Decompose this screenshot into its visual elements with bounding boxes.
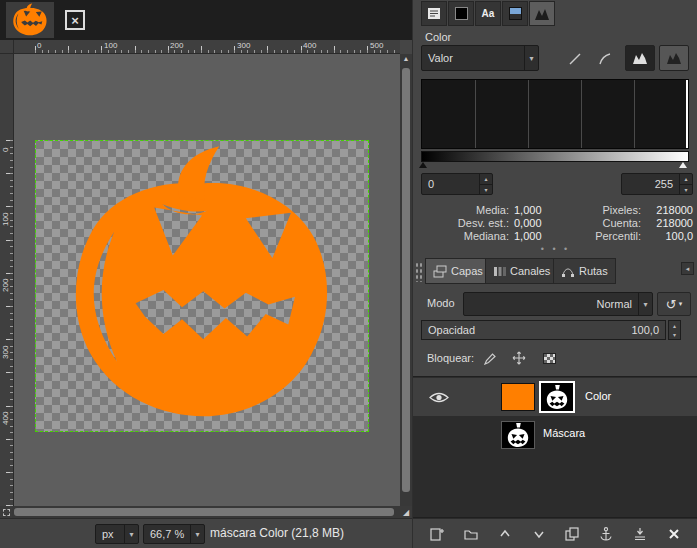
histogram-gradient-bar[interactable]	[421, 151, 689, 162]
spin-up-icon[interactable]: ▴	[680, 174, 692, 185]
scroll-up-icon[interactable]: ▲	[400, 55, 412, 62]
vertical-scroll-thumb[interactable]	[402, 68, 410, 492]
lock-pixels-button[interactable]	[477, 348, 501, 368]
range-low-handle[interactable]	[419, 162, 427, 168]
vruler-label: 300	[1, 346, 10, 359]
anchor-layer-button[interactable]	[594, 523, 618, 545]
lower-layer-button[interactable]	[527, 523, 551, 545]
hruler-label: 200	[170, 41, 183, 50]
zoom-value: 66,7 %	[144, 525, 190, 543]
canvas-area[interactable]	[14, 54, 400, 506]
delete-layer-button[interactable]	[662, 523, 686, 545]
dock-tab-tool-options[interactable]	[421, 1, 447, 26]
pencil-icon	[482, 351, 496, 365]
channel-value: Valor	[422, 46, 524, 70]
transparency-checker-icon	[543, 353, 556, 364]
image-tab-pumpkin[interactable]	[6, 2, 54, 38]
new-layer-icon	[429, 526, 445, 542]
layers-toolbar	[413, 518, 697, 548]
horizontal-scrollbar[interactable]	[12, 506, 400, 518]
spin-up-icon[interactable]: ▴	[480, 174, 492, 185]
dock-tab-colors[interactable]	[448, 1, 474, 26]
chevron-up-icon	[497, 526, 513, 542]
linear-icon	[568, 52, 582, 66]
range-low-input[interactable]: 0 ▴ ▾	[421, 173, 493, 195]
layer-row-mascara[interactable]: Máscara	[413, 418, 697, 452]
layer-row-color[interactable]: Color	[413, 378, 697, 416]
spin-up-icon[interactable]: ▴	[669, 321, 680, 330]
stat-label: Pixeles:	[533, 204, 641, 216]
close-tab-button[interactable]: ×	[60, 6, 90, 34]
opacity-spinner[interactable]: ▴ ▾	[668, 320, 681, 340]
fonts-icon: Aa	[482, 8, 495, 19]
merge-down-button[interactable]	[628, 523, 652, 545]
unit-value: px	[96, 525, 124, 543]
quick-mask-toggle[interactable]	[0, 506, 12, 518]
histogram-linear-icon	[632, 51, 648, 65]
new-layer-button[interactable]	[425, 523, 449, 545]
navigation-button[interactable]: ◢	[400, 506, 412, 518]
hruler-label: 100	[104, 41, 117, 50]
spinner[interactable]: ▴ ▾	[479, 174, 492, 194]
dock-drag-handle[interactable]	[415, 262, 423, 282]
chevron-down-icon: ▾	[124, 525, 138, 543]
tab-canales[interactable]: Canales	[485, 258, 558, 284]
histogram-plot[interactable]	[421, 79, 689, 149]
vertical-ruler[interactable]: 0 100 200 300 400	[0, 54, 14, 506]
new-group-button[interactable]	[459, 523, 483, 545]
layer-thumbnail[interactable]	[501, 383, 535, 411]
dock-tab-images[interactable]	[502, 1, 528, 26]
stat-label: Mediana:	[413, 230, 509, 242]
dock-separator-handle[interactable]: • • •	[413, 244, 697, 254]
lock-position-button[interactable]	[507, 348, 531, 368]
layer-mask-thumbnail[interactable]	[539, 381, 575, 413]
stat-row: Desv. est.: 0,000 Cuenta: 218000	[413, 217, 697, 230]
spin-down-icon[interactable]: ▾	[680, 185, 692, 195]
histogram-channel-select[interactable]: Valor ▾	[421, 45, 539, 71]
spinner[interactable]: ▴ ▾	[679, 174, 692, 194]
perceptual-button[interactable]	[593, 47, 617, 71]
status-message: máscara Color (21,8 MB)	[210, 526, 344, 540]
horizontal-scroll-thumb[interactable]	[14, 508, 394, 516]
chevron-down-icon: ▾	[190, 525, 204, 543]
tab-capas[interactable]: Capas	[425, 258, 491, 284]
unit-select[interactable]: px ▾	[95, 524, 139, 544]
lock-label: Bloquear:	[427, 352, 474, 364]
zoom-select[interactable]: 66,7 % ▾	[143, 524, 205, 544]
dock-menu-button[interactable]: ◂	[681, 262, 694, 275]
dock-tab-histogram[interactable]	[529, 1, 555, 26]
opacity-slider[interactable]: Opacidad 100,0	[421, 320, 666, 340]
stat-label: Cuenta:	[533, 217, 641, 229]
raise-layer-button[interactable]	[493, 523, 517, 545]
histogram-linear-button[interactable]	[625, 45, 655, 71]
range-high-input[interactable]: 255 ▴ ▾	[621, 173, 693, 195]
opacity-label: Opacidad	[428, 324, 475, 336]
mode-switch-button[interactable]: ↺ ▾	[657, 292, 691, 316]
duplicate-icon	[564, 526, 580, 542]
range-high-handle[interactable]	[679, 162, 687, 168]
tab-label: Rutas	[579, 265, 608, 277]
layer-name: Color	[585, 390, 611, 402]
stat-label: Media:	[413, 204, 509, 216]
histogram-log-button[interactable]	[659, 45, 689, 71]
vertical-scrollbar[interactable]: ▲	[400, 54, 412, 506]
chevron-down-icon: ▾	[524, 46, 538, 70]
lock-alpha-button[interactable]	[537, 348, 561, 368]
layer-mode-select[interactable]: Normal ▾	[463, 292, 653, 316]
duplicate-layer-button[interactable]	[560, 523, 584, 545]
dock-column: Aa Color Valor ▾ 0	[412, 0, 697, 548]
mode-value: Normal	[464, 293, 638, 315]
spin-down-icon[interactable]: ▾	[480, 185, 492, 195]
dock-tab-fonts[interactable]: Aa	[475, 1, 501, 26]
visibility-toggle[interactable]	[427, 390, 451, 404]
stat-value: 218000	[643, 204, 693, 216]
spin-down-icon[interactable]: ▾	[669, 330, 680, 339]
layer-name: Máscara	[543, 427, 585, 439]
navigation-icon: ◢	[403, 508, 409, 517]
image-with-mask-boundary[interactable]	[35, 140, 369, 432]
linear-button[interactable]	[563, 47, 587, 71]
layer-thumbnail[interactable]	[501, 421, 535, 449]
ruler-corner	[0, 40, 14, 54]
tab-rutas[interactable]: Rutas	[553, 258, 616, 284]
horizontal-ruler[interactable]: 0 100 200 300 400 500	[14, 40, 400, 54]
